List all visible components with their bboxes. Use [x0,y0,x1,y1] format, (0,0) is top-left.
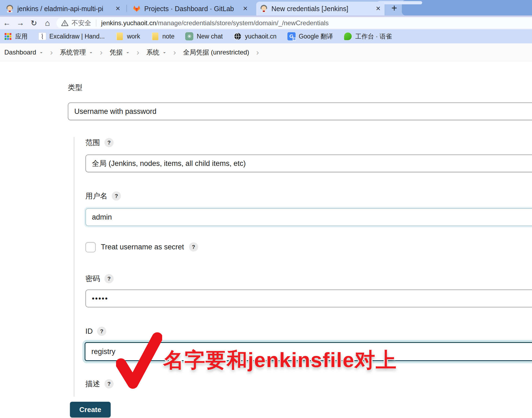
tab-strip: jenkins / eladmin-api-multi-pi ✕ Project… [0,0,532,16]
scope-label: 范围 ? [85,138,114,147]
folder-icon [151,32,159,40]
id-input[interactable]: registry [85,342,532,361]
bookmark-new-chat[interactable]: ✳ New chat [185,32,223,40]
bookmark-label: New chat [197,33,223,40]
new-credentials-form: 类型 Username with password 范围 ? 全局 (Jenki… [0,61,532,418]
google-translate-icon: G译 [287,32,296,40]
reload-button[interactable]: ↻ [27,18,41,28]
not-secure-warning-icon [61,20,68,26]
chevron-down-icon[interactable]: ⌄ [163,49,166,54]
breadcrumb-separator-icon: › [100,48,102,57]
bookmark-label: yuchaoit.cn [245,33,276,40]
help-icon[interactable]: ? [189,242,198,252]
close-icon[interactable]: ✕ [116,5,120,12]
browser-window: jenkins / eladmin-api-multi-pi ✕ Project… [0,0,532,418]
bookmark-label: 应用 [15,32,28,41]
create-button[interactable]: Create [70,402,111,417]
type-select-value: Username with password [74,107,156,116]
username-input[interactable]: admin [85,208,532,226]
url-domain: jenkins.yuchaoit.cn [101,19,156,27]
bookmark-label: Google 翻译 [299,32,333,41]
type-label: 类型 [68,83,82,92]
breadcrumb-separator-icon: › [50,48,53,57]
help-icon[interactable]: ? [104,274,114,283]
close-icon[interactable]: ✕ [243,5,248,12]
breadcrumb-separator-icon: › [173,48,176,57]
breadcrumb: Dashboard⌄ › 系统管理⌄ › 凭据⌄ › 系统⌄ › 全局凭据 (u… [0,43,532,61]
apps-grid-icon [4,32,12,40]
bookmark-label: Excalidraw | Hand... [49,33,105,40]
close-icon[interactable]: ✕ [376,5,381,12]
address-bar[interactable]: 不安全 jenkins.yuchaoit.cn/manage/credentia… [56,18,532,28]
forward-button[interactable]: → [14,18,27,28]
id-value: registry [91,348,116,356]
bookmark-excalidraw[interactable]: Excalidraw | Hand... [39,33,105,40]
tab-divider [126,5,127,12]
globe-icon [233,32,242,40]
password-label: 密码 ? [85,274,114,284]
bookmarks-bar: 应用 Excalidraw | Hand... work note ✳ New … [0,29,532,43]
breadcrumb-system-manage[interactable]: 系统管理⌄ [60,48,93,57]
url-separator [96,20,96,27]
chevron-down-icon[interactable]: ⌄ [89,49,93,54]
breadcrumb-credentials[interactable]: 凭据⌄ [110,48,129,57]
browser-tab-new-credentials[interactable]: New credentials [Jenkins] ✕ [256,2,384,16]
breadcrumb-system[interactable]: 系统⌄ [146,48,166,57]
type-select[interactable]: Username with password [68,102,532,120]
chevron-down-icon[interactable]: ⌄ [126,49,129,54]
id-label: ID ? [85,327,106,336]
home-button[interactable]: ⌂ [41,18,54,28]
jenkins-favicon [6,5,14,12]
help-icon[interactable]: ? [104,379,114,388]
help-icon[interactable]: ? [97,327,106,336]
browser-toolbar: ← → ↻ ⌂ 不安全 jenkins.yuchaoit.cn/manage/c… [0,17,532,29]
bookmark-apps[interactable]: 应用 [4,32,28,41]
help-icon[interactable]: ? [112,191,121,201]
breadcrumb-separator-icon: › [137,48,139,57]
bookmark-label: work [127,33,140,40]
url-path: /manage/credentials/store/system/domain/… [156,19,329,27]
security-status-label[interactable]: 不安全 [72,19,91,27]
bookmark-label: note [162,33,175,40]
bookmark-label: 工作台 · 语雀 [355,32,392,41]
jenkins-favicon [260,5,268,12]
browser-tab-gitlab[interactable]: Projects · Dashboard · GitLab ✕ [129,2,252,16]
back-button[interactable]: ← [0,18,14,28]
bookmark-yuque[interactable]: 工作台 · 语雀 [344,32,392,41]
bookmark-google-translate[interactable]: G译 Google 翻译 [287,32,333,41]
yuque-icon [344,32,352,40]
chatgpt-icon: ✳ [185,32,193,40]
bookmark-yuchaoit[interactable]: yuchaoit.cn [233,32,276,40]
breadcrumb-global-credentials[interactable]: 全局凭据 (unrestricted) [183,48,249,57]
gitlab-favicon [133,5,140,12]
new-tab-button[interactable]: + [387,2,401,15]
form-indent-line [74,137,74,397]
password-dots: ••••• [92,294,108,303]
scope-select[interactable]: 全局 (Jenkins, nodes, items, all child ite… [85,155,532,172]
browser-tab-jenkins-job[interactable]: jenkins / eladmin-api-multi-pi ✕ [2,2,124,16]
treat-username-secret-checkbox[interactable] [85,242,96,252]
breadcrumb-dashboard[interactable]: Dashboard⌄ [4,49,43,56]
help-icon[interactable]: ? [104,138,114,147]
tab-title: Projects · Dashboard · GitLab [144,5,239,13]
bookmark-note[interactable]: note [151,32,175,40]
password-input[interactable]: ••••• [85,290,532,307]
username-label: 用户名 ? [85,191,121,201]
chevron-down-icon[interactable]: ⌄ [39,49,43,54]
folder-icon [116,32,124,40]
scope-select-value: 全局 (Jenkins, nodes, items, all child ite… [92,159,246,168]
treat-username-secret-label: Treat username as secret ? [101,242,198,252]
url-text[interactable]: jenkins.yuchaoit.cn/manage/credentials/s… [101,19,329,27]
breadcrumb-separator-icon: › [256,48,259,57]
username-value: admin [92,213,112,221]
tab-title: New credentials [Jenkins] [271,5,372,13]
description-label: 描述 ? [85,379,114,389]
excalidraw-icon [39,33,46,40]
bookmark-work[interactable]: work [116,32,140,40]
tab-title: jenkins / eladmin-api-multi-pi [17,5,112,13]
